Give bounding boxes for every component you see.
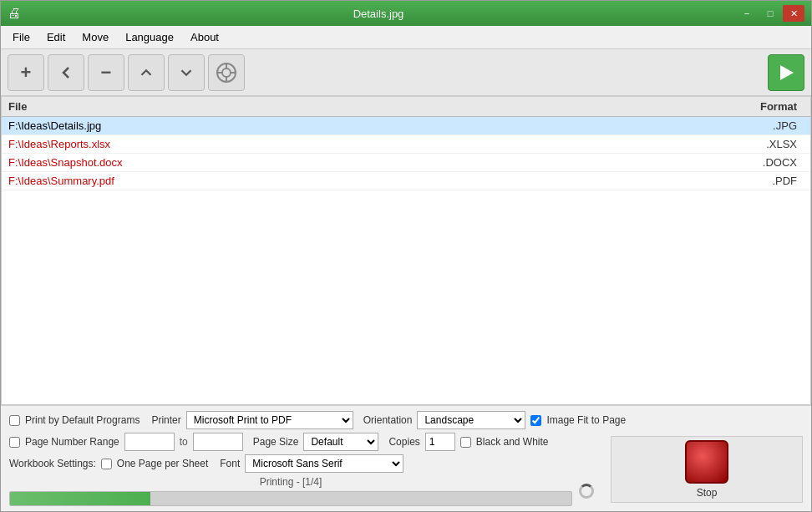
- progress-bar: [10, 492, 150, 505]
- copies-input[interactable]: 1: [425, 433, 455, 451]
- printer-select[interactable]: Microsoft Print to PDF: [186, 411, 353, 429]
- file-column-header: File: [8, 100, 737, 113]
- close-button[interactable]: ✕: [783, 5, 804, 22]
- menu-file[interactable]: File: [4, 28, 38, 47]
- orientation-label: Orientation: [363, 414, 413, 426]
- minimize-button[interactable]: −: [736, 5, 758, 22]
- stop-button-area: Stop: [611, 436, 803, 503]
- menu-edit[interactable]: Edit: [38, 28, 74, 47]
- add-button[interactable]: +: [8, 54, 44, 91]
- file-format: .JPG: [737, 119, 804, 132]
- one-page-label: One Page per Sheet: [117, 458, 208, 469]
- title-bar: 🖨 Details.jpg − □ ✕: [1, 1, 811, 26]
- print-by-default-checkbox[interactable]: [9, 415, 20, 426]
- window-title: Details.jpg: [21, 8, 736, 20]
- printing-label: Printing - [1/4]: [260, 476, 322, 488]
- help-button[interactable]: [208, 54, 245, 91]
- image-fit-checkbox[interactable]: [530, 415, 541, 426]
- stop-label: Stop: [697, 487, 718, 499]
- svg-marker-6: [780, 65, 794, 80]
- font-label: Font: [220, 458, 240, 469]
- page-number-range-label: Page Number Range: [25, 436, 119, 448]
- page-size-label: Page Size: [253, 436, 299, 448]
- restore-button[interactable]: □: [759, 5, 781, 22]
- bottom-section: Print by Default Programs Printer Micros…: [1, 405, 811, 511]
- file-rows: F:\Ideas\Details.jpg.JPGF:\Ideas\Reports…: [2, 117, 810, 190]
- back-button[interactable]: [48, 54, 84, 91]
- window-controls: − □ ✕: [736, 5, 804, 22]
- black-white-label: Black and White: [476, 436, 549, 448]
- spinner: [579, 484, 594, 499]
- image-fit-label: Image Fit to Page: [546, 414, 626, 426]
- toolbar: + −: [1, 49, 811, 96]
- copies-label: Copies: [388, 436, 419, 448]
- table-row[interactable]: F:\Ideas\Reports.xlsx.XLSX: [2, 135, 810, 154]
- workbook-label: Workbook Settings:: [9, 458, 96, 469]
- file-format: .DOCX: [737, 156, 804, 169]
- controls-row1: Print by Default Programs Printer Micros…: [9, 411, 803, 429]
- page-number-range-checkbox[interactable]: [9, 437, 20, 448]
- file-path: F:\Ideas\Snapshot.docx: [8, 156, 737, 169]
- menu-move[interactable]: Move: [74, 28, 117, 47]
- black-white-checkbox[interactable]: [460, 437, 471, 448]
- page-from-input[interactable]: [124, 433, 175, 451]
- to-label: to: [180, 436, 188, 448]
- file-list-header: File Format: [2, 97, 810, 117]
- menu-bar: File Edit Move Language About: [1, 26, 811, 49]
- orientation-select[interactable]: Landscape: [417, 411, 525, 429]
- progress-bar-container: [9, 491, 572, 506]
- font-select[interactable]: Microsoft Sans Serif: [245, 454, 403, 473]
- table-row[interactable]: F:\Ideas\Details.jpg.JPG: [2, 117, 810, 135]
- page-to-input[interactable]: [193, 433, 243, 451]
- menu-language[interactable]: Language: [117, 28, 182, 47]
- page-size-select[interactable]: Default: [303, 433, 378, 451]
- app-icon: 🖨: [8, 6, 21, 21]
- stop-button[interactable]: [685, 440, 728, 484]
- move-up-button[interactable]: [128, 54, 165, 91]
- table-row[interactable]: F:\Ideas\Summary.pdf.PDF: [2, 172, 810, 190]
- menu-about[interactable]: About: [182, 28, 227, 47]
- file-list: File Format F:\Ideas\Details.jpg.JPGF:\I…: [1, 96, 811, 405]
- file-path: F:\Ideas\Details.jpg: [8, 119, 737, 132]
- file-path: F:\Ideas\Summary.pdf: [8, 175, 737, 187]
- remove-button[interactable]: −: [88, 54, 124, 91]
- file-path: F:\Ideas\Reports.xlsx: [8, 138, 737, 150]
- one-page-checkbox[interactable]: [101, 459, 112, 469]
- printer-label: Printer: [151, 414, 180, 426]
- file-format: .XLSX: [737, 138, 804, 150]
- move-down-button[interactable]: [168, 54, 205, 91]
- svg-point-1: [222, 68, 231, 77]
- file-format: .PDF: [737, 175, 804, 187]
- table-row[interactable]: F:\Ideas\Snapshot.docx.DOCX: [2, 154, 810, 172]
- print-by-default-label: Print by Default Programs: [25, 414, 140, 426]
- format-column-header: Format: [737, 100, 804, 113]
- go-button[interactable]: [768, 54, 804, 91]
